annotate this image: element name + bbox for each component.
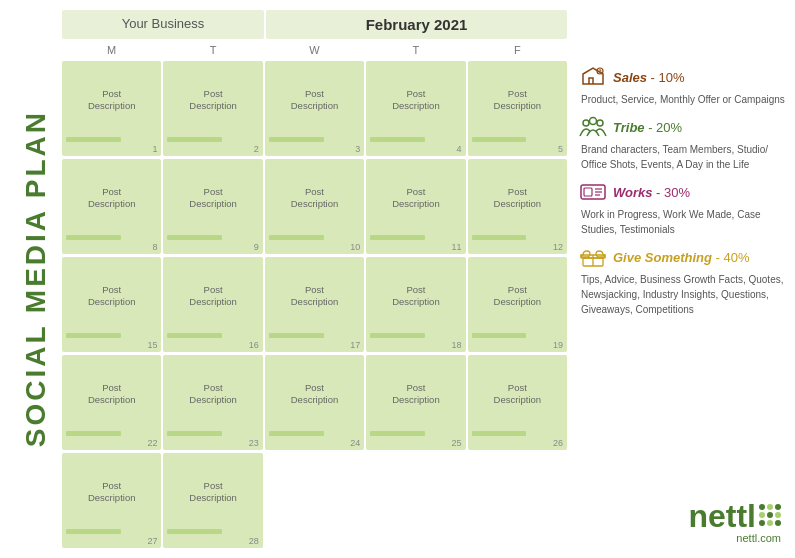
- legend-panel: Sales - 10%Product, Service, Monthly Off…: [567, 10, 787, 548]
- cell-bar: [269, 137, 324, 142]
- cell-number: 11: [370, 242, 461, 252]
- calendar-cell: Post Description3: [265, 61, 364, 156]
- cell-number: 23: [167, 438, 258, 448]
- cell-bar: [167, 529, 222, 534]
- cell-post-description: Post Description: [392, 186, 440, 211]
- cell-number: 24: [269, 438, 360, 448]
- cell-post-description: Post Description: [88, 382, 136, 407]
- calendar-cell: Post Description4: [366, 61, 465, 156]
- legend-title-sales: Sales - 10%: [613, 70, 685, 85]
- legend-title-row-sales: Sales - 10%: [579, 65, 787, 89]
- cell-post-description: Post Description: [494, 88, 542, 113]
- cell-post-description: Post Description: [189, 186, 237, 211]
- cell-bar: [66, 431, 121, 436]
- legend-title-tribe: Tribe - 20%: [613, 120, 682, 135]
- cell-bar: [472, 137, 527, 142]
- calendar-cell: Post Description28: [163, 453, 262, 548]
- cell-bar: [472, 431, 527, 436]
- calendar-row: Post Description8Post Description9Post D…: [62, 159, 567, 254]
- calendar-cell: [468, 453, 567, 548]
- calendar-section: Your Business February 2021 M T W T F Po…: [62, 10, 567, 548]
- calendar-cell: Post Description8: [62, 159, 161, 254]
- calendar-cell: Post Description25: [366, 355, 465, 450]
- legend-title-works: Works - 30%: [613, 185, 690, 200]
- cell-bar: [472, 235, 527, 240]
- legend-item-give: Give Something - 40%Tips, Advice, Busine…: [579, 245, 787, 317]
- cell-number: 5: [472, 144, 563, 154]
- cell-number: 28: [167, 536, 258, 546]
- cell-bar: [370, 235, 425, 240]
- cell-post-description: Post Description: [88, 480, 136, 505]
- cell-number: 27: [66, 536, 157, 546]
- cell-bar: [66, 529, 121, 534]
- day-w: W: [265, 42, 364, 58]
- calendar-row: Post Description15Post Description16Post…: [62, 257, 567, 352]
- cell-bar: [269, 333, 324, 338]
- legend-item-works: Works - 30%Work in Progress, Work We Mad…: [579, 180, 787, 237]
- legend-title-row-tribe: Tribe - 20%: [579, 115, 787, 139]
- cell-number: 26: [472, 438, 563, 448]
- legend-desc-tribe: Brand characters, Team Members, Studio/ …: [579, 142, 787, 172]
- calendar-cell: Post Description24: [265, 355, 364, 450]
- cell-bar: [370, 431, 425, 436]
- logo-dot: [759, 504, 765, 510]
- legend-title-row-works: Works - 30%: [579, 180, 787, 204]
- legend-title-row-give: Give Something - 40%: [579, 245, 787, 269]
- calendar-cell: Post Description18: [366, 257, 465, 352]
- day-headers: M T W T F: [62, 42, 567, 58]
- logo-dot: [767, 512, 773, 518]
- cell-post-description: Post Description: [189, 284, 237, 309]
- cell-bar: [167, 137, 222, 142]
- cell-number: 4: [370, 144, 461, 154]
- cell-bar: [66, 137, 121, 142]
- legend-item-tribe: Tribe - 20%Brand characters, Team Member…: [579, 115, 787, 172]
- calendar-cell: Post Description27: [62, 453, 161, 548]
- cell-post-description: Post Description: [189, 382, 237, 407]
- logo-dot: [767, 504, 773, 510]
- calendar-cell: Post Description2: [163, 61, 262, 156]
- cell-post-description: Post Description: [88, 186, 136, 211]
- cell-number: 19: [472, 340, 563, 350]
- legend-title-give: Give Something - 40%: [613, 250, 750, 265]
- cell-post-description: Post Description: [494, 186, 542, 211]
- sales-icon: [579, 65, 607, 89]
- cell-bar: [269, 235, 324, 240]
- calendar-cell: Post Description23: [163, 355, 262, 450]
- february-2021-label: February 2021: [268, 16, 565, 33]
- cell-post-description: Post Description: [494, 382, 542, 407]
- cell-number: 9: [167, 242, 258, 252]
- vertical-label-container: Social Media Plan: [10, 10, 62, 548]
- tribe-icon: [579, 115, 607, 139]
- day-t1: T: [163, 42, 262, 58]
- calendar-row: Post Description27Post Description28: [62, 453, 567, 548]
- calendar-cell: Post Description12: [468, 159, 567, 254]
- cell-post-description: Post Description: [291, 186, 339, 211]
- cell-bar: [370, 137, 425, 142]
- calendar-cell: Post Description9: [163, 159, 262, 254]
- cell-post-description: Post Description: [494, 284, 542, 309]
- cell-number: 3: [269, 144, 360, 154]
- logo-dot: [775, 504, 781, 510]
- calendar-cell: Post Description15: [62, 257, 161, 352]
- day-t2: T: [366, 42, 465, 58]
- works-icon: [579, 180, 607, 204]
- cell-post-description: Post Description: [88, 88, 136, 113]
- cell-post-description: Post Description: [392, 88, 440, 113]
- cell-post-description: Post Description: [291, 88, 339, 113]
- calendar-cell: Post Description5: [468, 61, 567, 156]
- calendar-row: Post Description1Post Description2Post D…: [62, 61, 567, 156]
- cell-bar: [66, 333, 121, 338]
- nettl-logo: nettl nettl.com: [688, 500, 781, 544]
- give-icon: [579, 245, 607, 269]
- calendar-cell: Post Description17: [265, 257, 364, 352]
- cell-bar: [167, 235, 222, 240]
- cell-post-description: Post Description: [291, 284, 339, 309]
- cell-post-description: Post Description: [189, 88, 237, 113]
- logo-dot: [759, 512, 765, 518]
- svg-rect-5: [584, 188, 592, 196]
- calendar-cell: Post Description1: [62, 61, 161, 156]
- cell-number: 17: [269, 340, 360, 350]
- legend-desc-give: Tips, Advice, Business Growth Facts, Quo…: [579, 272, 787, 317]
- svg-point-3: [597, 120, 603, 126]
- header-your-business: Your Business: [62, 10, 264, 39]
